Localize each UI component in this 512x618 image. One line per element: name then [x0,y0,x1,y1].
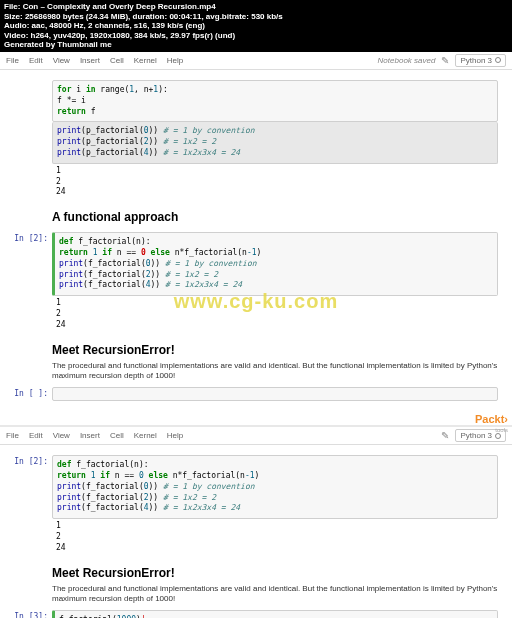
code-editor[interactable] [52,387,498,401]
recursion-error-paragraph: The procedural and functional implementa… [52,361,498,382]
code-cell-empty[interactable]: In [ ]: [14,387,498,401]
prompt-empty: In [ ]: [14,387,52,401]
fileinfo-line: File: Con – Complexity and Overly Deep R… [4,2,508,12]
markdown-cell[interactable]: Meet RecursionError! The procedural and … [14,337,498,384]
kernel-busy-icon [495,57,501,63]
recursion-error-paragraph: The procedural and functional implementa… [52,584,498,605]
cell-output: 1 2 24 [52,164,498,200]
menu-insert[interactable]: Insert [80,431,100,440]
menu-kernel[interactable]: Kernel [134,431,157,440]
brand-footer: Packt› tools [0,411,512,425]
menu-edit[interactable]: Edit [29,431,43,440]
menu-file[interactable]: File [6,431,19,440]
code-editor[interactable]: print(p_factorial(0)) # = 1 by conventio… [52,122,498,163]
notebook-view-upper: File Edit View Insert Cell Kernel Help N… [0,52,512,425]
code-cell[interactable]: In [2]: def f_factorial(n): return 1 if … [14,455,498,555]
heading-functional: A functional approach [52,210,498,224]
cell-output: 1 2 24 [52,519,498,555]
markdown-cell[interactable]: Meet RecursionError! The procedural and … [14,560,498,607]
prompt-in-2: In [2]: [14,455,52,555]
kernel-indicator[interactable]: Python 3 [455,54,506,67]
heading-recursion-error: Meet RecursionError! [52,566,498,580]
menu-bar: File Edit View Insert Cell Kernel Help ✎… [0,427,512,445]
code-cell[interactable]: In [3]: f_factorial(1000)| [14,610,498,618]
fileinfo-line: Generated by Thumbnail me [4,40,508,50]
menu-view[interactable]: View [53,431,70,440]
toc-link[interactable]: tools [495,427,508,433]
notebook-body: for i in range(1, n+1): f *= i return f … [0,70,512,411]
notebook-view-lower: File Edit View Insert Cell Kernel Help ✎… [0,427,512,618]
pencil-icon[interactable]: ✎ [441,55,449,66]
prompt-in-2: In [2]: [14,232,52,332]
fileinfo-line: Audio: aac, 48000 Hz, 2 channels, s16, 1… [4,21,508,31]
code-editor[interactable]: def f_factorial(n): return 1 if n == 0 e… [52,455,498,519]
menu-view[interactable]: View [53,56,70,65]
code-editor[interactable]: for i in range(1, n+1): f *= i return f [52,80,498,122]
menu-edit[interactable]: Edit [29,56,43,65]
menu-cell[interactable]: Cell [110,431,124,440]
menu-file[interactable]: File [6,56,19,65]
code-editor[interactable]: f_factorial(1000)| [52,610,498,618]
media-info-overlay: File: Con – Complexity and Overly Deep R… [0,0,512,52]
packt-logo: Packt› [475,413,508,425]
code-cell[interactable]: for i in range(1, n+1): f *= i return f … [14,80,498,200]
menu-insert[interactable]: Insert [80,56,100,65]
cell-output: 1 2 24 [52,296,498,332]
menu-help[interactable]: Help [167,431,183,440]
kernel-name: Python 3 [460,56,492,65]
kernel-busy-icon [495,433,501,439]
fileinfo-line: Video: h264, yuv420p, 1920x1080, 384 kb/… [4,31,508,41]
prompt [14,80,52,200]
prompt-in-3: In [3]: [14,610,52,618]
markdown-cell[interactable]: A functional approach [14,204,498,228]
heading-recursion-error: Meet RecursionError! [52,343,498,357]
code-cell[interactable]: In [2]: def f_factorial(n): return 1 if … [14,232,498,332]
menu-bar: File Edit View Insert Cell Kernel Help N… [0,52,512,70]
notebook-body: In [2]: def f_factorial(n): return 1 if … [0,445,512,618]
save-status: Notebook saved [378,56,436,65]
pencil-icon[interactable]: ✎ [441,430,449,441]
menu-help[interactable]: Help [167,56,183,65]
kernel-name: Python 3 [460,431,492,440]
code-editor[interactable]: def f_factorial(n): return 1 if n == 0 e… [52,232,498,296]
fileinfo-line: Size: 25686980 bytes (24.34 MiB), durati… [4,12,508,22]
menu-cell[interactable]: Cell [110,56,124,65]
menu-kernel[interactable]: Kernel [134,56,157,65]
